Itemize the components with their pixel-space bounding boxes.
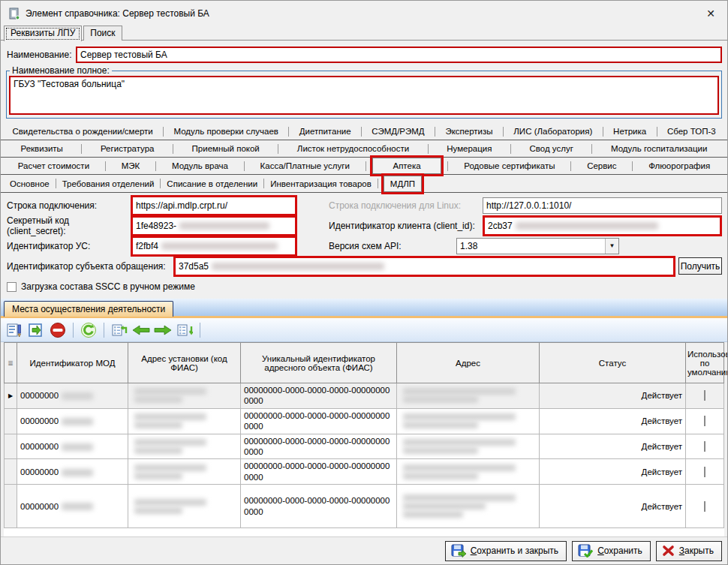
default-checkbox[interactable] [704, 441, 705, 452]
table-row[interactable]: 0000000000000000-0000-0000-0000-00000000… [5, 434, 724, 459]
redacted-text [403, 439, 516, 446]
tab-сбер-топ-3[interactable]: Сбер ТОП-3 [657, 124, 726, 139]
delete-record-icon[interactable] [49, 321, 67, 339]
column-header[interactable]: Идентификатор МОД [17, 343, 128, 383]
subtab-списание-в-отделении[interactable]: Списание в отделении [161, 176, 263, 191]
column-header[interactable]: Использовать по умолчанию [686, 343, 724, 383]
tab-родовые-сертификаты[interactable]: Родовые сертификаты [448, 158, 570, 173]
subtab-требования-отделений[interactable]: Требования отделений [56, 176, 161, 191]
tab-лис-лаборатория-[interactable]: ЛИС (Лаборатория) [504, 124, 603, 139]
close-icon[interactable]: ✕ [705, 8, 717, 20]
tab-приемный-покой[interactable]: Приемный покой [173, 141, 278, 156]
subject-id-input[interactable]: 37d5a5 [176, 258, 673, 275]
table-row[interactable]: ▶0000000000000000-0000-0000-0000-0000000… [5, 383, 724, 409]
tab-модуль-проверки-случаев[interactable]: Модуль проверки случаев [164, 124, 288, 139]
redacted-text [134, 499, 206, 506]
default-checkbox[interactable] [704, 416, 705, 426]
tab-свод-услуг[interactable]: Свод услуг [511, 141, 591, 156]
sscc-checkbox[interactable] [7, 282, 17, 292]
refresh-icon[interactable] [80, 321, 98, 339]
redacted-text [62, 392, 93, 400]
save-and-close-button[interactable]: Сохранить и закрыть [445, 541, 567, 561]
tab-сервис[interactable]: Сервис [571, 158, 632, 173]
column-header[interactable]: Статус [540, 343, 686, 383]
redacted-text [134, 422, 182, 428]
save-label: Сохранить [597, 545, 642, 556]
edit-record-icon[interactable] [5, 321, 23, 339]
tab-свидетельства-о-рождении-смерти[interactable]: Свидетельства о рождении/смерти [2, 124, 163, 139]
next-record-icon[interactable] [154, 321, 172, 339]
column-header[interactable]: Адрес установки (код ФИАС) [128, 343, 241, 383]
tab-аптека[interactable]: Аптека [372, 158, 442, 174]
tab-places-of-activity[interactable]: Места осуществления деятельности [4, 301, 173, 317]
client-secret-input[interactable]: 1fe48923- [133, 218, 295, 234]
fullname-textarea[interactable]: ГБУЗ "Тестовая больница" [9, 76, 719, 115]
cell-address [397, 485, 540, 528]
client-id-label: Идентификатор клиента (client_id): [329, 221, 483, 231]
subtab-основное[interactable]: Основное [4, 176, 56, 191]
tab-row: РеквизитыРегистратураПриемный покойЛисто… [1, 140, 727, 158]
default-checkbox[interactable] [704, 501, 705, 512]
tab-нетрика[interactable]: Нетрика [603, 124, 657, 139]
mod-id-prefix: 00000000 [20, 467, 59, 476]
tab-poisk[interactable]: Поиск [83, 26, 122, 41]
us-id-input[interactable]: f2fbf4 [133, 238, 295, 254]
table-row[interactable]: 0000000000000000-0000-0000-0000-00000000… [5, 459, 724, 485]
subtab-мдлп[interactable]: МДЛП [384, 176, 422, 192]
connection-input[interactable]: https://api.mdlp.crpt.ru/ [133, 197, 295, 214]
name-input[interactable]: Сервер тестовый БА [76, 47, 722, 63]
redacted-text [403, 422, 478, 428]
api-version-combobox[interactable]: 1.38 ▼ [456, 238, 619, 254]
cell-status: Действует [540, 485, 686, 528]
cell-status: Действует [540, 408, 686, 434]
first-record-icon[interactable] [110, 321, 128, 339]
cell-mod-id: 00000000 [17, 434, 128, 459]
tab-мэк[interactable]: МЭК [106, 158, 155, 173]
tab-rekvizity-lpu[interactable]: Реквизиты ЛПУ [4, 26, 82, 41]
tab-модуль-врача[interactable]: Модуль врача [156, 158, 244, 173]
clipboard-icon [8, 8, 20, 20]
subtab-инвентаризация-товаров[interactable]: Инвентаризация товаров [264, 176, 378, 191]
client-id-value: 2cb37 [488, 221, 513, 231]
save-check-icon [578, 544, 593, 557]
cell-mod-id: 00000000 [17, 485, 128, 528]
mod-id-prefix: 00000000 [20, 391, 59, 400]
places-toolbar [1, 318, 727, 342]
default-checkbox[interactable] [704, 390, 705, 401]
close-x-icon [662, 545, 675, 557]
table-row[interactable]: 0000000000000000-0000-0000-0000-00000000… [5, 485, 724, 528]
tab-флюорография[interactable]: Флюорография [633, 158, 726, 173]
cell-fias-guid: 00000000-0000-0000-0000-000000000000 [241, 485, 397, 528]
column-header[interactable]: Уникальный идентификатор адресного объек… [241, 343, 397, 383]
tab-label: Поиск [90, 28, 115, 38]
tab-модуль-госпитализации[interactable]: Модуль госпитализации [592, 141, 726, 156]
tab-реквизиты[interactable]: Реквизиты [2, 141, 81, 156]
tab-диетпитание[interactable]: Диетпитание [289, 124, 361, 139]
api-version-value: 1.38 [457, 241, 605, 251]
save-record-icon[interactable] [27, 321, 45, 339]
get-button[interactable]: Получить [678, 257, 722, 275]
mdlp-panel: Строка подключения: https://api.mdlp.crp… [1, 197, 727, 294]
tab-сэмд-рэмд[interactable]: СЭМД/РЭМД [362, 124, 435, 139]
row-selector-header[interactable]: ≣ [5, 343, 17, 383]
client-id-input[interactable]: 2cb37 [485, 218, 720, 234]
close-button[interactable]: Закрыть [656, 541, 722, 561]
tab-нумерация[interactable]: Нумерация [429, 141, 510, 156]
cell-fias-guid: 00000000-0000-0000-0000-000000000000 [241, 383, 397, 409]
linux-connection-label: Строка подключения для Linux: [329, 200, 483, 211]
column-header[interactable]: Адрес [397, 343, 540, 383]
tab-расчет-стоимости[interactable]: Расчет стоимости [2, 158, 105, 173]
tab-регистратура[interactable]: Регистратура [82, 141, 173, 156]
last-record-icon[interactable] [176, 321, 194, 339]
chevron-down-icon[interactable]: ▼ [605, 239, 618, 254]
tab-row: Расчет стоимостиМЭКМодуль врачаКасса/Пла… [1, 158, 727, 175]
table-row[interactable]: 0000000000000000-0000-0000-0000-00000000… [5, 408, 724, 434]
tab-листок-нетрудоспособности[interactable]: Листок нетрудоспособности [278, 141, 427, 156]
tab-экспертизы[interactable]: Экспертизы [435, 124, 503, 139]
save-button[interactable]: Сохранить [572, 541, 651, 561]
default-checkbox[interactable] [704, 467, 705, 477]
tab-касса-платные-услуги[interactable]: Касса/Платные услуги [245, 158, 366, 173]
linux-connection-input[interactable]: http://127.0.0.1:1010/ [483, 197, 722, 214]
prev-record-icon[interactable] [132, 321, 150, 339]
connection-value: https://api.mdlp.crpt.ru/ [136, 200, 227, 211]
